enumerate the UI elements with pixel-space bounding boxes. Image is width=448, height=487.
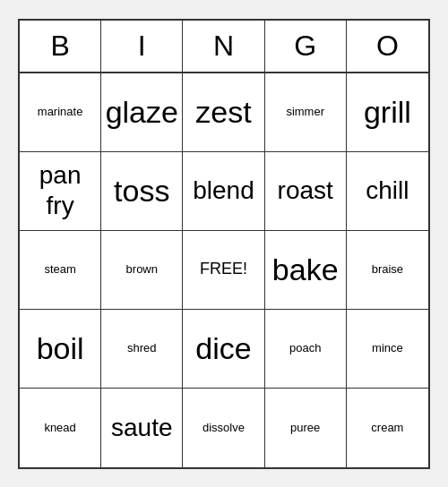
cell-text: FREE! <box>200 260 247 279</box>
cell-text: zest <box>195 94 251 131</box>
bingo-grid: marinateglazezestsimmergrillpan frytossb… <box>20 73 428 467</box>
header-letter: G <box>265 21 347 72</box>
cell-text: bake <box>272 252 339 288</box>
cell-r4-c3: puree <box>265 389 347 467</box>
cell-text: steam <box>44 262 75 277</box>
cell-r1-c4: chill <box>347 152 428 231</box>
cell-text: boil <box>37 330 84 367</box>
header-letter: O <box>347 21 428 72</box>
cell-r3-c4: mince <box>347 310 428 389</box>
cell-text: poach <box>289 341 321 355</box>
cell-r2-c2: FREE! <box>183 231 264 310</box>
cell-text: grill <box>364 94 411 131</box>
cell-r0-c1: glaze <box>101 73 183 152</box>
cell-text: cream <box>371 421 403 435</box>
bingo-header: BINGO <box>20 21 428 73</box>
cell-r4-c0: knead <box>20 389 101 467</box>
cell-text: roast <box>278 175 333 206</box>
cell-r3-c0: boil <box>20 310 101 389</box>
cell-text: glaze <box>106 94 178 131</box>
cell-text: brown <box>126 262 158 277</box>
cell-r3-c2: dice <box>183 310 264 389</box>
cell-r1-c3: roast <box>265 152 347 231</box>
cell-text: toss <box>114 173 169 209</box>
header-letter: I <box>101 21 183 72</box>
cell-r3-c1: shred <box>101 310 183 389</box>
header-letter: N <box>183 21 264 72</box>
cell-r2-c0: steam <box>20 231 101 310</box>
cell-r0-c4: grill <box>347 73 428 152</box>
cell-r0-c2: zest <box>183 73 264 152</box>
cell-r4-c2: dissolve <box>183 389 264 467</box>
cell-text: mince <box>372 341 403 355</box>
cell-r2-c4: braise <box>347 231 428 310</box>
cell-r0-c3: simmer <box>265 73 347 152</box>
cell-text: pan fry <box>23 160 97 220</box>
cell-r1-c2: blend <box>183 152 264 231</box>
cell-text: braise <box>372 262 403 277</box>
bingo-card: BINGO marinateglazezestsimmergrillpan fr… <box>18 19 430 469</box>
cell-r1-c1: toss <box>101 152 183 231</box>
cell-text: dissolve <box>202 421 245 435</box>
cell-text: simmer <box>286 105 324 119</box>
cell-r4-c1: saute <box>101 389 183 467</box>
cell-text: dice <box>195 330 251 367</box>
header-letter: B <box>20 21 101 72</box>
cell-text: chill <box>366 175 409 206</box>
cell-text: knead <box>44 421 75 435</box>
cell-text: shred <box>127 341 157 355</box>
cell-r3-c3: poach <box>265 310 347 389</box>
cell-r4-c4: cream <box>347 389 428 467</box>
cell-text: blend <box>193 175 254 206</box>
cell-r1-c0: pan fry <box>20 152 101 231</box>
cell-text: saute <box>111 413 173 443</box>
cell-r2-c3: bake <box>265 231 347 310</box>
cell-text: puree <box>290 421 320 435</box>
cell-r0-c0: marinate <box>20 73 101 152</box>
cell-text: marinate <box>38 105 83 119</box>
cell-r2-c1: brown <box>101 231 183 310</box>
